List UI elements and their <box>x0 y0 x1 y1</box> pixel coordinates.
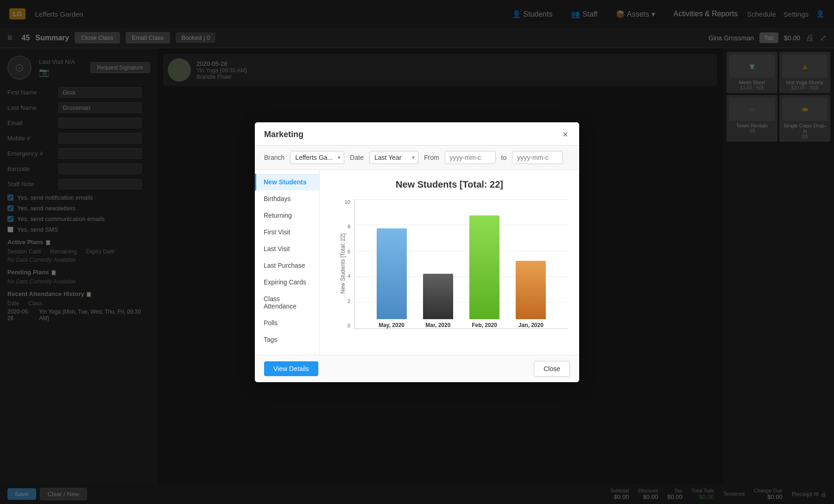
menu-item-polls[interactable]: Polls <box>255 315 319 331</box>
menu-item-expiring-cards[interactable]: Expiring Cards <box>255 274 319 290</box>
modal-header: Marketing × <box>255 122 579 145</box>
y-label-0: 0 <box>348 323 350 328</box>
modal-footer: View Details Close <box>255 355 579 382</box>
view-details-button[interactable]: View Details <box>264 361 318 376</box>
bar-label-mar: Mar, 2020 <box>425 322 450 328</box>
date-select-wrap: Last Year This Year Last Month Custom <box>369 151 418 164</box>
modal-close-btn[interactable]: Close <box>534 361 570 377</box>
menu-item-new-students[interactable]: New Students <box>255 174 319 190</box>
to-date-input[interactable] <box>512 151 563 164</box>
branch-label: Branch <box>264 154 284 161</box>
menu-item-first-visit[interactable]: First Visit <box>255 224 319 240</box>
menu-item-tags[interactable]: Tags <box>255 331 319 348</box>
modal-title: Marketing <box>264 130 303 139</box>
bar-label-jan: Jan, 2020 <box>518 322 543 328</box>
menu-item-last-purchase[interactable]: Last Purchase <box>255 257 319 274</box>
bar-group-feb: Feb, 2020 <box>469 215 499 328</box>
modal-overlay: Marketing × Branch Lefferts Ga... Date L… <box>0 0 834 504</box>
y-label-2: 2 <box>348 298 350 304</box>
bar-label-feb: Feb, 2020 <box>472 322 497 328</box>
bar-label-may: May, 2020 <box>379 322 404 328</box>
bar-group-jan: Jan, 2020 <box>516 261 546 328</box>
chart-plot: New Students [Total: 22] May, 2020 <box>354 199 568 329</box>
bar-group-mar: Mar, 2020 <box>423 274 453 328</box>
bar-feb[interactable] <box>469 215 499 319</box>
y-label-10: 10 <box>345 199 350 205</box>
menu-item-class-attendance[interactable]: Class Attendance <box>255 290 319 315</box>
bar-jan[interactable] <box>516 261 546 319</box>
branch-select-wrap: Lefferts Ga... <box>290 151 344 164</box>
date-label: Date <box>350 154 364 161</box>
bar-group-may: May, 2020 <box>377 228 407 328</box>
menu-item-last-visit[interactable]: Last Visit <box>255 240 319 257</box>
marketing-modal: Marketing × Branch Lefferts Ga... Date L… <box>255 122 579 382</box>
modal-body: New Students Birthdays Returning First V… <box>255 170 579 355</box>
menu-item-returning[interactable]: Returning <box>255 207 319 224</box>
modal-menu: New Students Birthdays Returning First V… <box>255 170 320 355</box>
from-date-input[interactable] <box>445 151 496 164</box>
y-label-4: 4 <box>348 273 350 279</box>
bar-chart: 10 8 6 4 2 0 <box>331 199 568 347</box>
bar-may[interactable] <box>377 228 407 319</box>
modal-controls: Branch Lefferts Ga... Date Last Year Thi… <box>255 145 579 170</box>
menu-item-birthdays[interactable]: Birthdays <box>255 190 319 207</box>
bars-row: May, 2020 Mar, 2020 Feb, 2020 <box>354 199 568 328</box>
modal-chart-area: New Students [Total: 22] 10 8 6 4 2 0 <box>320 170 579 355</box>
y-label-6: 6 <box>348 249 350 254</box>
chart-title: New Students [Total: 22] <box>331 179 568 190</box>
bar-mar[interactable] <box>423 274 453 319</box>
y-label-8: 8 <box>348 224 350 229</box>
from-label: From <box>424 154 439 161</box>
to-label: to <box>501 154 507 161</box>
date-select[interactable]: Last Year This Year Last Month Custom <box>369 151 418 164</box>
branch-select[interactable]: Lefferts Ga... <box>290 151 344 164</box>
y-axis-title: New Students [Total: 22] <box>340 233 346 294</box>
modal-close-button[interactable]: × <box>561 130 570 139</box>
